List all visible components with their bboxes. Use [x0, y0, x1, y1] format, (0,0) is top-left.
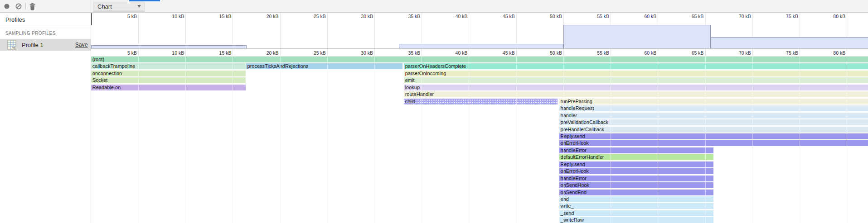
gridline-overlay	[800, 57, 800, 223]
flame-bar[interactable]: parserOnIncoming	[404, 71, 868, 76]
overview-grip	[93, 11, 143, 13]
flame-bar[interactable]: onErrorHook	[559, 168, 714, 174]
gridline-overlay	[752, 57, 753, 223]
flame-bar[interactable]: (root)	[91, 57, 868, 62]
ruler-label: 75 kB	[786, 50, 798, 56]
gridline-overlay	[327, 57, 328, 223]
flame-bar[interactable]: _writeRaw	[559, 217, 714, 223]
ruler-label: 35 kB	[408, 50, 420, 56]
ruler-label: 25 kB	[314, 14, 326, 19]
ruler-label: 50 kB	[550, 14, 562, 19]
ruler-label: 80 kB	[833, 50, 845, 56]
flame-bar[interactable]: child	[404, 99, 558, 104]
flame-bar[interactable]: preValidationCallback	[559, 119, 868, 125]
overview-memory-area[interactable]	[711, 37, 868, 48]
ruler-label: 20 kB	[267, 50, 279, 56]
flame-bar[interactable]: Readable.on	[91, 85, 246, 90]
ruler-label: 50 kB	[550, 50, 562, 56]
ruler-label: 40 kB	[456, 50, 468, 56]
gridline	[374, 13, 375, 48]
flame-bar[interactable]: callbackTrampoline	[91, 63, 246, 69]
flame-bar[interactable]: emit	[404, 77, 868, 83]
ruler-label: 65 kB	[692, 50, 704, 56]
ruler-label: 55 kB	[597, 50, 609, 56]
gridline-overlay	[280, 57, 281, 223]
gridline	[327, 13, 328, 48]
ruler-label: 45 kB	[503, 50, 515, 56]
flame-bar[interactable]: preHandlerCallback	[559, 127, 868, 133]
gridline-overlay	[185, 57, 186, 223]
ruler-label: 5 kB	[127, 50, 137, 56]
flame-bar[interactable]: routeHandler	[404, 91, 868, 97]
ruler-label: 30 kB	[361, 50, 373, 56]
overview-memory-area[interactable]	[399, 44, 563, 48]
ruler-label: 25 kB	[314, 50, 326, 56]
ruler-label: 40 kB	[456, 14, 468, 19]
ruler-label: 60 kB	[644, 14, 656, 19]
ruler-label: 75 kB	[786, 14, 798, 19]
gridline-overlay	[422, 57, 422, 223]
flame-bar[interactable]: lookup	[404, 85, 868, 90]
gridline-overlay	[658, 57, 658, 223]
ruler-label: 55 kB	[597, 14, 609, 19]
flame-bar[interactable]: Reply.send	[559, 161, 714, 167]
flame-bar[interactable]: handleError	[559, 176, 714, 181]
gridline	[138, 13, 139, 48]
flame-bar[interactable]: onconnection	[91, 71, 246, 76]
flame-bar[interactable]: Socket	[91, 77, 246, 83]
ruler-label: 35 kB	[408, 14, 420, 19]
gridline-overlay	[847, 57, 847, 223]
ruler-label: 10 kB	[172, 14, 184, 19]
flame-bar[interactable]: Reply.send	[559, 133, 868, 139]
gridline	[185, 13, 186, 48]
gridline	[280, 13, 281, 48]
flame-bar[interactable]: _send	[559, 210, 714, 216]
ruler-label: 5 kB	[127, 14, 137, 19]
ruler-label: 45 kB	[503, 14, 515, 19]
gridline-overlay	[611, 57, 611, 223]
ruler-label: 20 kB	[267, 14, 279, 19]
overview-memory-area[interactable]	[563, 25, 711, 48]
flame-bar[interactable]: runPreParsing	[559, 99, 868, 104]
flame-bar[interactable]: end	[559, 196, 714, 202]
flame-bar[interactable]: onSendHook	[559, 182, 714, 188]
ruler-label: 80 kB	[833, 14, 845, 19]
ruler-label: 10 kB	[172, 50, 184, 56]
devtools-memory-panel: Chart Profiles SAMPLING PROFILES % Profi…	[0, 0, 868, 223]
flame-bar[interactable]: handleRequest	[559, 105, 868, 111]
ruler-label: 15 kB	[219, 14, 232, 19]
flame-bar[interactable]: handleError	[559, 147, 714, 153]
gridline	[469, 13, 469, 48]
ruler-label: 70 kB	[739, 14, 751, 19]
flame-bar[interactable]: parserOnHeadersComplete	[404, 63, 868, 69]
ruler-label: 70 kB	[739, 50, 751, 56]
flame-bar[interactable]: handler	[559, 113, 868, 119]
gridline	[422, 13, 422, 48]
gridline-overlay	[374, 57, 375, 223]
gridline-overlay	[516, 57, 517, 223]
flame-bar[interactable]: processTicksAndRejections	[246, 63, 402, 69]
gridline-overlay	[469, 57, 469, 223]
chart-area: 5 kB5 kB10 kB10 kB15 kB15 kB20 kB20 kB25…	[0, 0, 868, 223]
gridline-overlay	[705, 57, 706, 223]
ruler-label: 60 kB	[644, 50, 656, 56]
overview-memory-area[interactable]	[91, 45, 247, 48]
ruler-label: 15 kB	[219, 50, 232, 56]
flame-bar[interactable]: onErrorHook	[559, 140, 868, 146]
gridline-overlay	[233, 57, 233, 223]
flame-bar[interactable]: onSendEnd	[559, 190, 714, 195]
flame-bar[interactable]: defaultErrorHandler	[559, 154, 714, 160]
ruler-label: 65 kB	[692, 14, 704, 19]
gridline-overlay	[138, 57, 139, 223]
gridline	[516, 13, 517, 48]
gridline-overlay	[563, 57, 564, 223]
flame-bar[interactable]: write_	[559, 203, 714, 209]
gridline	[233, 13, 233, 48]
ruler-label: 30 kB	[361, 14, 373, 19]
